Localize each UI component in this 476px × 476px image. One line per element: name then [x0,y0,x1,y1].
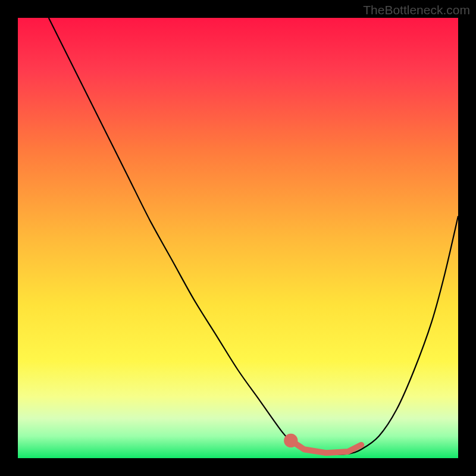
plot-area [18,18,458,458]
gradient-background [18,18,458,458]
chart-svg [18,18,458,458]
chart-container: TheBottleneck.com [0,0,476,476]
watermark-text: TheBottleneck.com [363,3,470,17]
optimal-point-marker [284,434,298,447]
